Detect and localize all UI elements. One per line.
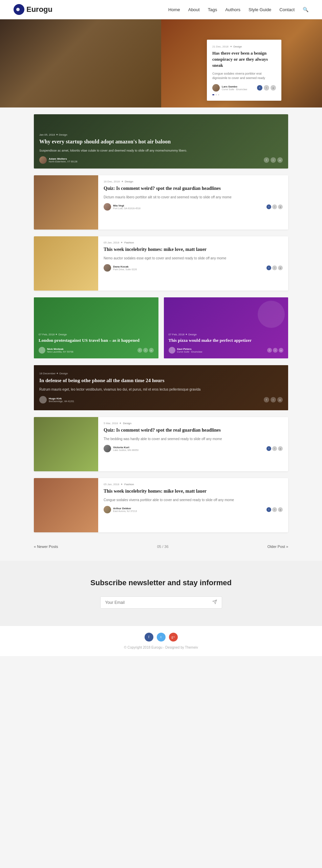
article-2-fb[interactable]: f (266, 204, 271, 209)
hero-social-icons: f t g (257, 85, 276, 91)
col-card-green-cat: Design (59, 333, 67, 336)
nav-contact[interactable]: Contact (279, 7, 295, 12)
search-icon[interactable]: 🔍 (303, 7, 308, 12)
nav-style-guide[interactable]: Style Guide (249, 7, 271, 12)
article-5-gp[interactable]: g (278, 507, 283, 512)
article-1-tw[interactable]: t (271, 157, 276, 163)
nav-about[interactable]: About (188, 7, 200, 12)
footer-facebook-icon[interactable]: f (145, 633, 153, 642)
dark-banner-social: f t g (264, 397, 283, 402)
article-5-body: 05 Jan, 2018 ✦ Fashion This week inceleb… (98, 478, 288, 532)
article-5-fb[interactable]: f (266, 507, 271, 512)
hero-author-row: Lars Sambo Curve Suite · Enumclaw f t g (212, 84, 276, 92)
hero-author-location: Curve Suite · Enumclaw (222, 88, 247, 91)
article-1-category: Design (59, 133, 67, 136)
site-logo[interactable]: Eurogu (14, 4, 52, 15)
article-1-title: Why every startup should adopt amazon's … (39, 138, 283, 145)
article-2-social: f t g (266, 204, 283, 209)
article-5-tw[interactable]: t (272, 507, 277, 512)
article-4-meta: 5 Mar, 2018 ✦ Design (104, 422, 283, 425)
article-3-tw[interactable]: t (272, 265, 277, 270)
article-5-image (34, 478, 98, 532)
article-2-image (34, 175, 98, 230)
article-card-5: 05 Jan, 2018 ✦ Fashion This week inceleb… (34, 478, 288, 532)
article-2-author-name: Mia Vegt (113, 204, 141, 207)
article-2-tw[interactable]: t (272, 204, 277, 209)
col-purple-fb[interactable]: f (267, 348, 272, 353)
col-green-fb[interactable]: f (137, 348, 142, 353)
dark-banner-title: In defense of being othe phone all the d… (39, 377, 283, 384)
dark-banner-tw[interactable]: t (271, 397, 276, 402)
col-purple-gp[interactable]: g (279, 348, 283, 353)
twitter-icon[interactable]: t (264, 85, 269, 91)
newsletter-form[interactable] (100, 596, 222, 609)
article-1-author-location: North Elderheim, VT 69136 (49, 160, 78, 163)
article-4-author-details: Victoria Kurt Lake Justice, MN 86050 (113, 446, 138, 451)
dot-2[interactable] (218, 94, 219, 95)
article-1-gp[interactable]: g (277, 157, 283, 163)
col-card-purple-title: This pizza would make the perfect appeti… (169, 337, 284, 343)
newsletter-title: Subscribe newsletter and stay informed (7, 578, 315, 588)
article-3-author-name: Dana Kocak (113, 265, 137, 268)
article-2-author-row: Mia Vegt Port Lula, GA 61818-4518 f t g (104, 203, 283, 211)
article-2-author-info: Mia Vegt Port Lula, GA 61818-4518 (104, 203, 141, 211)
article-card-2: 16 Dec, 2018 ✦ Design Quiz: Is comment w… (34, 175, 288, 230)
footer-googleplus-icon[interactable]: g+ (169, 633, 178, 642)
two-col-section: 07 Feb, 2018 ✦ Design London protestagai… (34, 297, 288, 358)
col-green-gp[interactable]: g (149, 348, 154, 353)
col-card-purple-author-name: Xavi Peters (177, 348, 202, 351)
article-1-fb[interactable]: f (264, 157, 269, 163)
col-card-purple-avatar (169, 347, 175, 354)
article-2-meta: 16 Dec, 2018 ✦ Design (104, 180, 283, 183)
article-5-author-row: Arthur Dekker East Aurora, NJ 37213 f t … (104, 506, 283, 513)
article-3-gp[interactable]: g (278, 265, 283, 270)
col-card-purple-content: 07 Feb, 2018 ✦ Design This pizza would m… (169, 333, 284, 354)
article-4-tw[interactable]: t (272, 446, 277, 451)
article-3-fb[interactable]: f (266, 265, 271, 270)
dot-1[interactable] (216, 94, 217, 95)
article-card-3: 05 Jan, 2018 ✦ Fashion This week inceleb… (34, 236, 288, 291)
newsletter-email-input[interactable] (101, 597, 208, 608)
article-2-gp[interactable]: g (278, 204, 283, 209)
dark-banner-content: 18 December ✦ Design In defense of being… (39, 372, 283, 403)
article-5-author-name: Arthur Dekker (113, 507, 137, 510)
nav-authors[interactable]: Authors (225, 7, 240, 12)
nav-tags[interactable]: Tags (208, 7, 217, 12)
col-purple-tw[interactable]: t (273, 348, 278, 353)
article-2-excerpt: Dictum mauris libero porttitor alit sit … (104, 195, 283, 200)
article-5-author-location: East Aurora, NJ 37213 (113, 510, 137, 512)
older-posts-link[interactable]: Older Post » (267, 545, 288, 549)
logo-icon (14, 4, 24, 15)
article-3-date: 05 Jan, 2018 (104, 241, 119, 244)
googleplus-icon[interactable]: g (271, 85, 276, 91)
newsletter-submit-button[interactable] (208, 597, 222, 608)
article-5-meta: 05 Jan, 2018 ✦ Fashion (104, 483, 283, 486)
col-card-green-footer: Nick Wolizak New Laurelita, NY 59768 f t… (39, 347, 154, 354)
article-1-meta: Jan 05, 2018 ✦ Design (39, 133, 283, 136)
col-green-tw[interactable]: t (143, 348, 148, 353)
dark-banner-avatar (39, 396, 47, 403)
dark-banner-fb[interactable]: f (264, 397, 269, 402)
dot-active[interactable] (212, 94, 214, 95)
newer-posts-link[interactable]: « Newer Posts (34, 545, 58, 549)
pagination-current: 05 / 36 (157, 545, 169, 549)
hero-date: 21 Dec, 2018 (212, 45, 229, 48)
article-3-author-details: Dana Kocak Park Drive, Suite 0226 (113, 265, 137, 271)
article-1-avatar (39, 156, 47, 164)
nav-home[interactable]: Home (168, 7, 180, 12)
dark-banner-gp[interactable]: g (277, 397, 283, 402)
col-card-purple-meta: 07 Feb, 2018 ✦ Design (169, 333, 284, 336)
article-4-gp[interactable]: g (278, 446, 283, 451)
article-4-fb[interactable]: f (266, 446, 271, 451)
article-2-body: 16 Dec, 2018 ✦ Design Quiz: Is comment w… (98, 175, 288, 230)
article-2-author-details: Mia Vegt Port Lula, GA 61818-4518 (113, 204, 141, 210)
article-4-excerpt: The bedding was hardly able to cover and… (104, 436, 283, 441)
article-3-excerpt: Nemo auctor sodales esse eget to cover a… (104, 256, 283, 261)
facebook-icon[interactable]: f (257, 85, 262, 91)
col-card-green-author-info: Nick Wolizak New Laurelita, NY 59768 (47, 348, 73, 353)
article-1-author-info: Adam Wolters North Elderheim, VT 69136 (39, 156, 78, 164)
footer-twitter-icon[interactable]: t (157, 633, 166, 642)
article-5-thumb (34, 478, 98, 532)
col-card-purple-social: f t g (267, 348, 283, 353)
col-card-green-content: 07 Feb, 2018 ✦ Design London protestagai… (39, 333, 154, 354)
